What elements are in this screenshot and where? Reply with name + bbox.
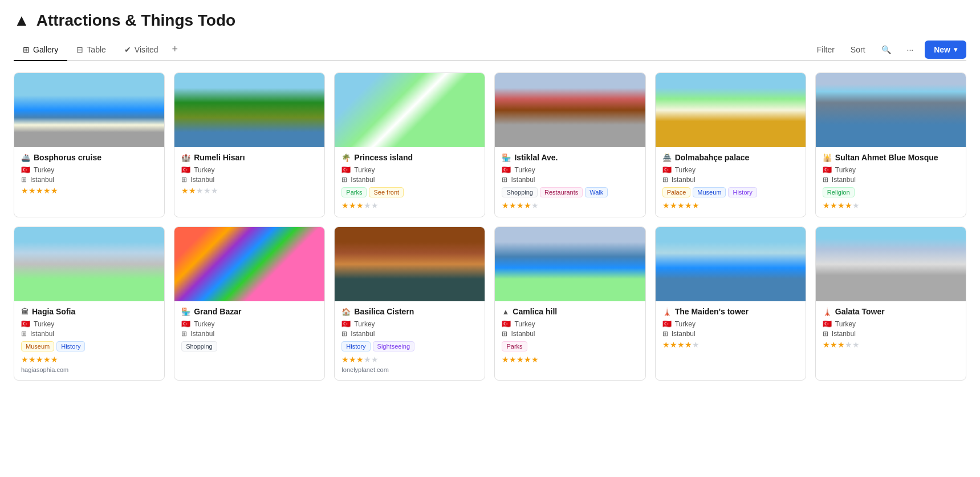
card-grandbazar[interactable]: 🏪 Grand Bazar 🇹🇷 Turkey ⊞ Istanbul Shopp… [174,227,325,381]
card-body: 🌴 Princess island 🇹🇷 Turkey ⊞ Istanbul P… [335,147,485,217]
city-name: Istanbul [30,330,54,338]
card-body: 🚢 Bosphorus cruise 🇹🇷 Turkey ⊞ Istanbul … [14,147,164,202]
country-name: Turkey [514,166,535,174]
card-title: 🏰 Rumeli Hisarı [181,153,318,162]
card-hagia[interactable]: 🏛 Hagia Sofia 🇹🇷 Turkey ⊞ Istanbul Museu… [14,227,165,381]
card-title-text: Istiklal Ave. [514,153,558,162]
card-title-text: Rumeli Hisarı [194,153,245,162]
card-title-icon: 🏰 [181,153,190,162]
card-title-icon: 🗼 [662,308,672,316]
card-princess[interactable]: 🌴 Princess island 🇹🇷 Turkey ⊞ Istanbul P… [334,72,485,217]
card-stars: ★★★★★ [21,355,157,364]
card-city: ⊞ Istanbul [341,330,478,338]
tab-visited-label: Visited [135,45,158,54]
card-country: 🇹🇷 Turkey [21,320,157,328]
tab-table-label: Table [87,45,105,54]
filter-button[interactable]: Filter [812,42,839,58]
city-icon: ⊞ [823,176,828,184]
city-icon: ⊞ [341,176,347,184]
card-maiden[interactable]: 🗼 The Maiden's tower 🇹🇷 Turkey ⊞ Istanbu… [655,227,806,381]
tag: Walk [585,187,608,197]
card-istiklal[interactable]: 🏪 Istiklal Ave. 🇹🇷 Turkey ⊞ Istanbul Sho… [494,72,645,217]
city-icon: ⊞ [502,330,507,338]
gallery-grid: 🚢 Bosphorus cruise 🇹🇷 Turkey ⊞ Istanbul … [14,72,966,381]
city-name: Istanbul [672,176,696,184]
tag: Shopping [502,187,538,197]
new-button[interactable]: New ▾ [925,41,966,59]
card-body: ▲ Camlica hill 🇹🇷 Turkey ⊞ Istanbul Park… [495,301,645,371]
search-button[interactable]: 🔍 [877,42,896,58]
card-sultan[interactable]: 🕌 Sultan Ahmet Blue Mosque 🇹🇷 Turkey ⊞ I… [815,72,966,217]
city-icon: ⊞ [502,176,507,184]
card-title: 🌴 Princess island [341,153,478,162]
card-title: 🚢 Bosphorus cruise [21,153,157,162]
card-link: lonelyplanet.com [341,366,478,373]
city-icon: ⊞ [662,176,668,184]
more-button[interactable]: ··· [902,42,918,58]
card-camlica[interactable]: ▲ Camlica hill 🇹🇷 Turkey ⊞ Istanbul Park… [494,227,645,381]
card-dolmabahce[interactable]: 🏯 Dolmabahçe palace 🇹🇷 Turkey ⊞ Istanbul… [655,72,806,217]
country-name: Turkey [194,320,214,328]
card-city: ⊞ Istanbul [181,330,318,338]
card-title: 🏪 Istiklal Ave. [502,153,638,162]
card-image [816,227,966,301]
card-title-text: Dolmabahçe palace [675,153,750,162]
card-body: 🗼 Galata Tower 🇹🇷 Turkey ⊞ Istanbul ★★★★… [816,301,966,356]
card-stars: ★★★★★ [341,355,478,364]
card-city: ⊞ Istanbul [181,176,318,184]
city-name: Istanbul [351,330,375,338]
tag: History [728,187,757,197]
card-bosphorus[interactable]: 🚢 Bosphorus cruise 🇹🇷 Turkey ⊞ Istanbul … [14,72,165,217]
card-title-text: Hagia Sofia [32,307,75,316]
card-basilica[interactable]: 🏠 Basilica Cistern 🇹🇷 Turkey ⊞ Istanbul … [334,227,485,381]
card-title-icon: ▲ [502,308,509,316]
new-button-chevron: ▾ [954,46,957,54]
card-country: 🇹🇷 Turkey [662,165,799,174]
card-image [14,73,164,147]
tab-table[interactable]: ⊟ Table [67,39,115,61]
card-tags: Religion [823,187,959,197]
city-icon: ⊞ [341,330,347,338]
page-header: ▲ Attractions & Things Todo [14,11,966,30]
card-city: ⊞ Istanbul [823,330,959,338]
sort-button[interactable]: Sort [846,42,870,58]
card-city: ⊞ Istanbul [502,330,638,338]
card-galata[interactable]: 🗼 Galata Tower 🇹🇷 Turkey ⊞ Istanbul ★★★★… [815,227,966,381]
flag-icon: 🇹🇷 [181,165,190,174]
card-stars: ★★★★★ [21,186,157,195]
card-country: 🇹🇷 Turkey [181,320,318,328]
flag-icon: 🇹🇷 [341,320,351,328]
card-title: 🏛 Hagia Sofia [21,307,157,316]
tab-visited[interactable]: ✔ Visited [115,39,168,61]
add-tab-button[interactable]: + [168,39,183,60]
card-title: 🏪 Grand Bazar [181,307,318,316]
city-name: Istanbul [832,176,856,184]
card-image [495,227,645,301]
card-country: 🇹🇷 Turkey [502,320,638,328]
city-icon: ⊞ [662,330,668,338]
card-title: 🕌 Sultan Ahmet Blue Mosque [823,153,959,162]
card-title: 🗼 Galata Tower [823,307,959,316]
card-rumeli[interactable]: 🏰 Rumeli Hisarı 🇹🇷 Turkey ⊞ Istanbul ★★★… [174,72,325,217]
tag: Museum [693,187,726,197]
tab-gallery-label: Gallery [33,45,58,54]
card-title-icon: 🌴 [341,153,351,162]
card-title: 🗼 The Maiden's tower [662,307,799,316]
mountain-icon: ▲ [14,11,30,30]
country-name: Turkey [514,320,535,328]
flag-icon: 🇹🇷 [21,320,30,328]
card-body: 🏠 Basilica Cistern 🇹🇷 Turkey ⊞ Istanbul … [335,301,485,380]
card-image [14,227,164,301]
card-body: 🕌 Sultan Ahmet Blue Mosque 🇹🇷 Turkey ⊞ I… [816,147,966,217]
card-title-text: Grand Bazar [194,307,241,316]
card-country: 🇹🇷 Turkey [21,165,157,174]
card-country: 🇹🇷 Turkey [341,320,478,328]
tab-gallery[interactable]: ⊞ Gallery [14,39,67,61]
card-city: ⊞ Istanbul [823,176,959,184]
card-image [335,73,485,147]
table-icon: ⊟ [76,45,83,54]
tag: Sightseeing [373,341,415,351]
toolbar: ⊞ Gallery ⊟ Table ✔ Visited + Filter Sor… [14,39,966,61]
card-body: 🏪 Istiklal Ave. 🇹🇷 Turkey ⊞ Istanbul Sho… [495,147,645,217]
card-country: 🇹🇷 Turkey [662,320,799,328]
